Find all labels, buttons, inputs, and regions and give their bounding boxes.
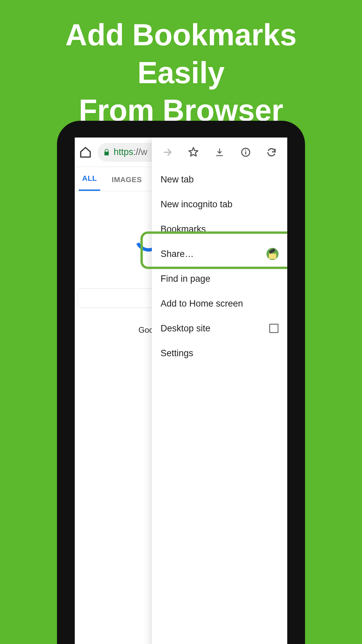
menu-label: Share… (161, 249, 194, 259)
tab-images[interactable]: IMAGES (108, 169, 145, 191)
menu-label: New tab (161, 174, 194, 185)
menu-label: Settings (161, 348, 193, 359)
footer-text: Goo (138, 325, 154, 335)
menu-icon-row (152, 138, 287, 167)
headline-line-1: Add Bookmarks (0, 16, 362, 54)
lock-icon (103, 148, 110, 156)
headline-line-2: Easily (0, 54, 362, 92)
menu-label: New incognito tab (161, 199, 233, 210)
menu-new-tab[interactable]: New tab (152, 167, 287, 192)
forward-icon[interactable] (161, 146, 174, 159)
menu-find-in-page[interactable]: Find in page (152, 266, 287, 291)
checkbox-icon[interactable] (269, 324, 279, 333)
star-icon[interactable] (187, 146, 200, 159)
menu-settings[interactable]: Settings (152, 341, 287, 366)
url-protocol: https (114, 147, 133, 157)
menu-bookmarks[interactable]: Bookmarks (152, 217, 287, 241)
menu-label: Find in page (161, 274, 210, 284)
menu-label: Add to Home screen (161, 299, 243, 309)
share-app-icon (266, 248, 279, 260)
download-icon[interactable] (213, 146, 226, 159)
info-icon[interactable] (239, 146, 252, 159)
home-icon[interactable] (78, 145, 93, 160)
url-sep: :// (133, 147, 141, 157)
menu-list: New tab New incognito tab Bookmarks Shar… (152, 167, 287, 366)
promo-headline: Add Bookmarks Easily From Browser (0, 0, 362, 129)
menu-label: Bookmarks (161, 224, 206, 234)
menu-label: Desktop site (161, 323, 210, 334)
overflow-menu: New tab New incognito tab Bookmarks Shar… (152, 138, 287, 644)
svg-point-2 (245, 150, 246, 151)
refresh-icon[interactable] (265, 146, 278, 159)
menu-add-home[interactable]: Add to Home screen (152, 291, 287, 316)
menu-new-incognito[interactable]: New incognito tab (152, 192, 287, 217)
url-host: w (141, 147, 147, 157)
menu-share[interactable]: Share… (152, 241, 287, 266)
tab-all[interactable]: ALL (79, 167, 100, 191)
browser-screen: https://w ALL IMAGES Goo (75, 138, 287, 644)
device-frame: https://w ALL IMAGES Goo (57, 121, 305, 644)
menu-desktop-site[interactable]: Desktop site (152, 316, 287, 341)
